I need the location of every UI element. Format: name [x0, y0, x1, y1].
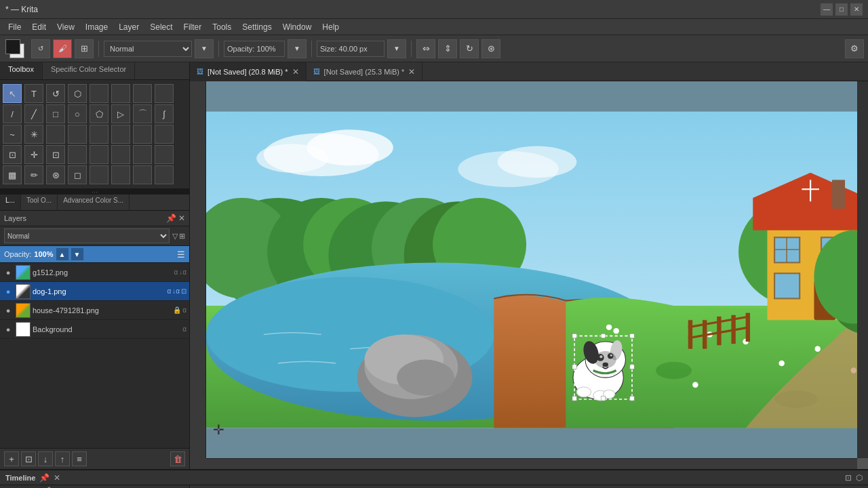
layer-alpha-lock-g1512[interactable]: α: [174, 268, 178, 276]
menu-image[interactable]: Image: [80, 21, 113, 33]
layer-item-dog[interactable]: ● dog-1.png α ↓α ⊡: [0, 282, 189, 301]
tool-empty-16[interactable]: [90, 165, 108, 184]
brush-presets-button[interactable]: ⊞: [75, 39, 94, 58]
tool-select-rect[interactable]: ↖: [3, 84, 22, 103]
tool-arrow[interactable]: ▷: [111, 104, 130, 123]
layer-visibility-house[interactable]: ●: [3, 305, 14, 316]
timeline-expand-icon[interactable]: ⬡: [856, 473, 863, 483]
doc-tab-1[interactable]: 🖼 [Not Saved] (20.8 MiB) * ✕: [190, 62, 307, 81]
tool-empty-7[interactable]: [90, 125, 108, 144]
tool-rect[interactable]: □: [46, 104, 65, 123]
flip-h-button[interactable]: ⇔: [416, 39, 435, 58]
tool-fill[interactable]: ▩: [3, 165, 22, 184]
tool-empty-8[interactable]: [111, 125, 130, 144]
layer-filter-button[interactable]: ▽: [172, 232, 178, 241]
tool-freehand-path[interactable]: ∫: [155, 104, 174, 123]
tool-empty-10[interactable]: [155, 125, 174, 144]
tool-empty-11[interactable]: [68, 145, 87, 164]
size-options-button[interactable]: ▼: [387, 39, 406, 58]
sub-tab-advanced-color[interactable]: Advanced Color S...: [58, 195, 130, 210]
tool-empty-14[interactable]: [133, 145, 152, 164]
layer-item-g1512[interactable]: ● g1512.png α ↓α: [0, 263, 189, 282]
blend-mode-select[interactable]: Normal Multiply Screen Overlay: [104, 41, 192, 57]
tool-empty-2[interactable]: [111, 84, 130, 103]
layer-visibility-g1512[interactable]: ●: [3, 267, 14, 278]
minimize-button[interactable]: —: [821, 3, 833, 16]
menu-select[interactable]: Select: [144, 21, 178, 33]
tool-empty-9[interactable]: [133, 125, 152, 144]
tool-text[interactable]: T: [24, 84, 43, 103]
tool-empty-19[interactable]: [155, 165, 174, 184]
tool-rotate[interactable]: ↺: [46, 84, 65, 103]
scroll-right[interactable]: [857, 81, 868, 458]
menu-file[interactable]: File: [3, 21, 26, 33]
layer-visibility-bg[interactable]: ●: [3, 324, 14, 335]
menu-settings[interactable]: Settings: [237, 21, 277, 33]
size-input[interactable]: [317, 41, 384, 57]
layer-view-options-button[interactable]: ☰: [177, 249, 185, 260]
timeline-close-icon[interactable]: ✕: [54, 473, 60, 483]
tool-smart-patch[interactable]: ⊛: [46, 165, 65, 184]
brush-engine-button[interactable]: 🖌: [53, 39, 72, 58]
tool-empty-3[interactable]: [133, 84, 152, 103]
tool-perspective[interactable]: ⬡: [68, 84, 87, 103]
tool-empty-17[interactable]: [111, 165, 130, 184]
tool-transform[interactable]: ⊡: [3, 145, 22, 164]
tool-empty-5[interactable]: [46, 125, 65, 144]
menu-window[interactable]: Window: [277, 21, 317, 33]
move-layer-down-button[interactable]: ↓: [38, 451, 53, 466]
layer-properties-button[interactable]: ≡: [72, 451, 87, 466]
tool-empty-6[interactable]: [68, 125, 87, 144]
doc-tab-2[interactable]: 🖼 [Not Saved] (25.3 MiB) * ✕: [307, 62, 423, 81]
layer-item-background[interactable]: ● Background α: [0, 320, 189, 339]
layer-lock-house[interactable]: 🔒: [173, 306, 181, 314]
sub-tab-tool-options[interactable]: Tool O...: [21, 195, 58, 210]
menu-help[interactable]: Help: [317, 21, 344, 33]
doc-tab-2-close[interactable]: ✕: [408, 67, 415, 77]
layer-settings-button[interactable]: ⊞: [179, 232, 185, 241]
blend-mode-options-button[interactable]: ▼: [195, 39, 214, 58]
opacity-decrease-button[interactable]: ▼: [71, 248, 83, 260]
layer-visibility-dog[interactable]: ●: [3, 286, 14, 297]
opacity-increase-button[interactable]: ▲: [56, 248, 68, 260]
move-layer-up-button[interactable]: ↑: [55, 451, 70, 466]
tool-eyedropper[interactable]: ✏: [24, 165, 43, 184]
layers-pin-button[interactable]: 📌: [166, 214, 176, 223]
timeline-pin-icon[interactable]: 📌: [39, 473, 50, 483]
opacity-options-button[interactable]: ▼: [288, 39, 307, 58]
layer-extra-dog[interactable]: ⊡: [181, 287, 186, 295]
fg-color-swatch[interactable]: [5, 39, 20, 54]
tool-crop[interactable]: ⊡: [46, 145, 65, 164]
rotate-button[interactable]: ↻: [460, 39, 479, 58]
tool-move[interactable]: ✛: [24, 145, 43, 164]
layer-inherit-alpha-g1512[interactable]: ↓α: [179, 268, 186, 276]
sub-tab-layers[interactable]: L...: [0, 195, 21, 210]
tool-empty-13[interactable]: [111, 145, 130, 164]
add-group-button[interactable]: ⊡: [21, 451, 36, 466]
timeline-options-icon[interactable]: ⊡: [845, 473, 852, 483]
delete-layer-button[interactable]: 🗑: [170, 451, 185, 466]
tool-empty-1[interactable]: [90, 84, 108, 103]
tool-polygon[interactable]: ⬠: [90, 104, 108, 123]
tool-brush[interactable]: /: [3, 104, 22, 123]
tab-color-selector[interactable]: Specific Color Selector: [43, 62, 135, 79]
tool-freehand[interactable]: ~: [3, 125, 22, 144]
reset-colors-button[interactable]: ↺: [31, 39, 50, 58]
opacity-input[interactable]: [224, 41, 285, 57]
layer-alpha-bg[interactable]: α: [182, 325, 186, 333]
tool-empty-15[interactable]: [155, 145, 174, 164]
wrap-button[interactable]: ⊛: [481, 39, 500, 58]
canvas-viewport[interactable]: ✛: [190, 81, 868, 469]
flip-v-button[interactable]: ⇕: [438, 39, 457, 58]
tab-toolbox[interactable]: Toolbox: [0, 62, 43, 79]
panel-resize-handle[interactable]: ···: [0, 189, 189, 195]
menu-view[interactable]: View: [52, 21, 80, 33]
menu-filter[interactable]: Filter: [178, 21, 208, 33]
layers-close-button[interactable]: ✕: [178, 214, 185, 223]
tool-eraser[interactable]: ◻: [68, 165, 87, 184]
layer-alpha-lock-house[interactable]: α: [182, 306, 186, 314]
tool-ellipse[interactable]: ○: [68, 104, 87, 123]
layer-inherit-alpha-dog[interactable]: ↓α: [172, 287, 180, 295]
add-layer-button[interactable]: +: [4, 451, 19, 466]
tool-line[interactable]: ╱: [24, 104, 43, 123]
